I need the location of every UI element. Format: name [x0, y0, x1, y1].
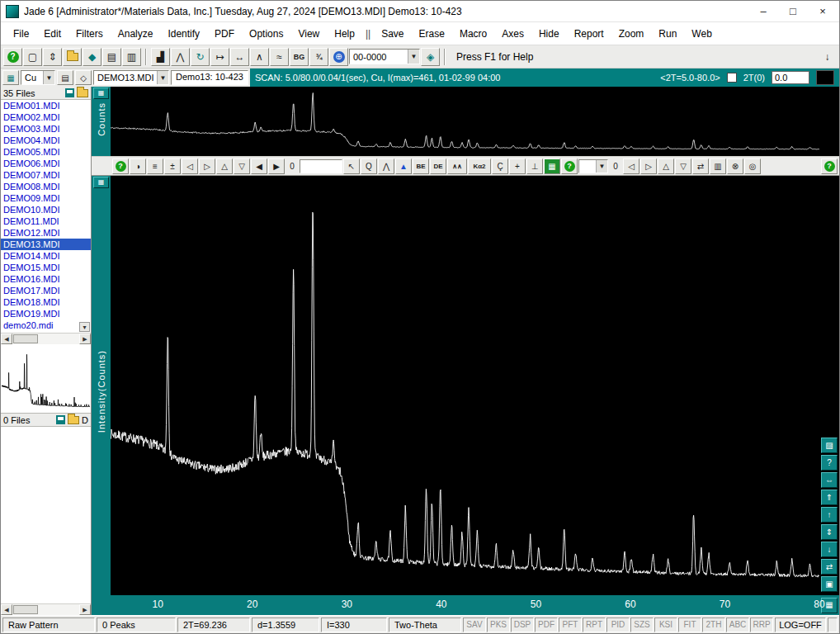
status-flag-pdf[interactable]: PDF: [535, 617, 558, 632]
pan-right-icon[interactable]: ▷: [640, 158, 657, 174]
zoom-tool-icon[interactable]: Q: [361, 158, 377, 174]
chevron-down-icon[interactable]: ▼: [43, 71, 54, 84]
file-list[interactable]: DEMO01.MDIDEMO02.MDIDEMO03.MDIDEMO04.MDI…: [1, 100, 91, 333]
expand-vertical-icon[interactable]: ⇕: [821, 524, 838, 540]
pan-down-icon[interactable]: ▽: [675, 158, 691, 174]
file-item-demo16[interactable]: DEMO16.MDI: [1, 273, 91, 285]
offset-icon[interactable]: ±: [164, 158, 181, 174]
file-item-demo14[interactable]: DEMO14.MDI: [1, 250, 91, 262]
web-globe-icon[interactable]: ⊕: [329, 48, 348, 66]
menu-analyze[interactable]: Analyze: [111, 26, 161, 42]
scroll-right-icon[interactable]: ▶: [79, 334, 91, 344]
page-right-icon[interactable]: ▶: [268, 158, 285, 174]
background-edit-icon[interactable]: BE: [413, 158, 429, 174]
scroll-up-icon[interactable]: ↑: [821, 507, 838, 523]
status-flag-ksi[interactable]: KSI: [654, 617, 677, 632]
shift-up-icon[interactable]: △: [216, 158, 233, 174]
file-item-demo07[interactable]: DEMO07.MDI: [1, 169, 91, 181]
main-chart-area[interactable]: [111, 176, 819, 595]
open-file-icon[interactable]: [63, 48, 82, 66]
pointer-tool-icon[interactable]: ↖: [343, 158, 360, 174]
menu-view[interactable]: View: [290, 26, 327, 42]
peak-marker-icon[interactable]: ⋀: [378, 158, 394, 174]
file-item-demo15[interactable]: DEMO15.MDI: [1, 262, 91, 273]
scrollbar-thumb[interactable]: [13, 334, 38, 343]
disk-icon[interactable]: [65, 88, 74, 97]
status-flag-rrp[interactable]: RRP: [750, 617, 773, 632]
tile-windows-icon[interactable]: ▦: [544, 158, 560, 174]
pan-up-icon[interactable]: △: [658, 158, 674, 174]
swap-view-icon[interactable]: ⇄: [692, 158, 709, 174]
range-input[interactable]: [300, 159, 342, 173]
file-item-demo10[interactable]: DEMO10.MDI: [1, 204, 91, 215]
diamond-tool-icon[interactable]: ◇: [75, 70, 92, 85]
status-flag-rpt[interactable]: RPT: [583, 617, 606, 632]
grid-layout-icon[interactable]: ▤: [57, 70, 73, 85]
close-overlay-icon[interactable]: ⊗: [727, 158, 743, 174]
stack-overlays-icon[interactable]: ≡: [147, 158, 163, 174]
file-item-demo12[interactable]: DEMO12.MDI: [1, 227, 91, 239]
shift-left-icon[interactable]: ◁: [182, 158, 198, 174]
axis-options-icon[interactable]: ▦: [93, 177, 109, 188]
pattern-editor-icon[interactable]: ▢: [23, 48, 42, 66]
menu-file[interactable]: File: [6, 26, 36, 42]
file-item-demo20[interactable]: demo20.mdi: [1, 319, 91, 331]
chevron-down-icon[interactable]: ▼: [408, 50, 419, 64]
kalpha2-strip-icon[interactable]: Kα2: [468, 158, 491, 174]
status-flag-pft[interactable]: PFT: [559, 617, 582, 632]
menu-filters[interactable]: Filters: [68, 26, 111, 42]
status-mode[interactable]: Raw Pattern: [2, 617, 95, 632]
status-flag-fit[interactable]: FIT: [678, 617, 701, 632]
shift-down-icon[interactable]: ▽: [234, 158, 250, 174]
pdf-number-dropdown[interactable]: 00-0000 ▼: [349, 49, 420, 64]
close-button[interactable]: ×: [808, 2, 838, 21]
file-item-demo05[interactable]: DEMO05.MDI: [1, 146, 91, 158]
file-item-demo19[interactable]: DEMO19.MDI: [1, 308, 91, 319]
baseline-icon[interactable]: ⊥: [526, 158, 543, 174]
find-peaks-icon[interactable]: ∧∧: [447, 158, 467, 174]
secondary-hscrollbar[interactable]: ◀ ▶: [1, 603, 91, 615]
full-range-icon[interactable]: ▣: [821, 576, 838, 592]
expand-horizontal-icon[interactable]: ⇔: [821, 472, 838, 488]
scrollbar-thumb[interactable]: [13, 605, 38, 614]
strip-chart[interactable]: [111, 87, 819, 156]
status-flag-pks[interactable]: PKS: [487, 617, 510, 632]
files-view-icon[interactable]: ▦: [2, 70, 19, 85]
status-flag-szs[interactable]: SZS: [630, 617, 654, 632]
file-item-demo08[interactable]: DEMO08.MDI: [1, 181, 91, 192]
scroll-down-icon[interactable]: ▾: [79, 322, 90, 332]
secondary-file-list[interactable]: [1, 427, 91, 603]
file-item-demo03[interactable]: DEMO03.MDI: [1, 123, 91, 135]
overlay-select-dropdown[interactable]: ▼: [578, 159, 608, 173]
page-left-icon[interactable]: ◀: [251, 158, 267, 174]
file-item-demo13[interactable]: DEMO13.MDI: [1, 239, 91, 250]
page-setup-icon[interactable]: ▥: [122, 48, 141, 66]
profile-fit-icon[interactable]: ▲: [395, 158, 412, 174]
scroll-right-icon[interactable]: ▶: [79, 604, 91, 615]
scroll-top-icon[interactable]: ⇑: [821, 490, 838, 505]
status-flag-pid[interactable]: PID: [606, 617, 630, 632]
chevron-down-icon[interactable]: ▼: [157, 71, 168, 84]
strip-chart-area[interactable]: [111, 87, 819, 156]
sort-updown-icon[interactable]: ⇕: [43, 48, 62, 66]
file-dropdown[interactable]: DEMO13.MDI ▼: [93, 70, 169, 85]
pan-left-icon[interactable]: ◁: [623, 158, 639, 174]
sk-diamond-icon[interactable]: ◈: [421, 48, 440, 66]
data-edit-icon[interactable]: DE: [430, 158, 446, 174]
scroll-left-icon[interactable]: ◀: [1, 334, 12, 344]
menu-erase[interactable]: Erase: [412, 26, 452, 42]
clean-data-icon[interactable]: Ç: [492, 158, 508, 174]
file-item-demo06[interactable]: DEMO06.MDI: [1, 158, 91, 169]
menu-pdf[interactable]: PDF: [207, 26, 242, 42]
stick-pattern-icon[interactable]: ↦: [210, 48, 229, 66]
status-flag-abc[interactable]: ABC: [726, 617, 749, 632]
status-flag-dsp[interactable]: DSP: [511, 617, 534, 632]
menu-save[interactable]: Save: [374, 26, 411, 42]
file-item-demo01[interactable]: DEMO01.MDI: [1, 100, 91, 111]
smooth-curve-icon[interactable]: ≈: [270, 48, 289, 66]
menu-hide[interactable]: Hide: [531, 26, 567, 42]
scan-title[interactable]: Demo13: 10-423: [171, 70, 248, 85]
scrollbar-track[interactable]: [12, 604, 79, 615]
menu-edit[interactable]: Edit: [36, 26, 68, 42]
file-item-demo21[interactable]: DEMO21.MDI: [1, 331, 91, 333]
